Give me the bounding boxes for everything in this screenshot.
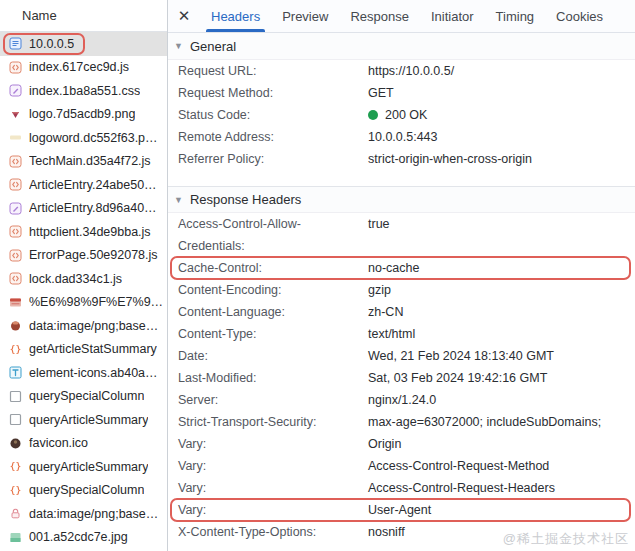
request-row-articleentry.8d96a40[interactable]: ArticleEntry.8d96a40… [0, 197, 167, 221]
header-row: Vary: Access-Control-Request-Method [168, 455, 635, 477]
request-name: data:image/png;base… [29, 319, 158, 333]
header-name: Referrer Policy: [178, 148, 368, 170]
header-name: Request Method: [178, 82, 368, 104]
tab-timing[interactable]: Timing [485, 0, 546, 32]
script-icon [9, 61, 22, 74]
request-row-queryarticlesummary[interactable]: queryArticleSummary [0, 408, 167, 432]
request-row-queryspecialcolumn[interactable]: querySpecialColumn [0, 479, 167, 503]
request-row-articleentry.24abe50[interactable]: ArticleEntry.24abe50… [0, 173, 167, 197]
tab-initiator[interactable]: Initiator [420, 0, 485, 32]
header-name: Last-Modified: [178, 367, 368, 389]
favicon-icon [9, 437, 22, 450]
header-row: Content-Type: text/html [168, 323, 635, 345]
header-row: Strict-Transport-Security: max-age=63072… [168, 411, 635, 433]
header-value: Sat, 03 Feb 2024 19:42:16 GMT [368, 367, 635, 389]
image-lock-icon [9, 507, 22, 520]
request-row-techmain.d35a4f72.js[interactable]: TechMain.d35a4f72.js [0, 150, 167, 174]
request-name: ErrorPage.50e92078.js [29, 248, 158, 262]
request-row-getarticlestatsummary[interactable]: getArticleStatSummary [0, 338, 167, 362]
section-response-headers: ▼ Response Headers Access-Control-Allow-… [168, 186, 635, 551]
request-row-dataimagepngbase[interactable]: data:image/png;base… [0, 314, 167, 338]
request-row-queryarticlesummary[interactable]: queryArticleSummary [0, 455, 167, 479]
header-name: Content-Encoding: [178, 279, 368, 301]
tab-headers[interactable]: Headers [200, 0, 271, 32]
header-row: Vary: Origin [168, 433, 635, 455]
request-row-index.617cec9d.js[interactable]: index.617cec9d.js [0, 56, 167, 80]
header-row: Access-Control-Allow-Credentials: true [168, 213, 635, 257]
header-row: Request URL: https://10.0.0.5/ [168, 60, 635, 82]
header-name: Request URL: [178, 60, 368, 82]
devtools-network-panel: Name 10.0.0.5 index.617cec9d.js index.1b… [0, 0, 635, 551]
header-name: Status Code: [178, 104, 368, 126]
request-row-logo.7d5acdb9.png[interactable]: logo.7d5acdb9.png [0, 103, 167, 127]
fetch-icon [9, 460, 22, 473]
script-icon [9, 155, 22, 168]
close-icon[interactable]: ✕ [168, 0, 200, 32]
request-row-httpclient.34de9bba.js[interactable]: httpclient.34de9bba.js [0, 220, 167, 244]
image-jpg-icon [9, 531, 22, 544]
header-row: Content-Language: zh-CN [168, 301, 635, 323]
disclosure-triangle-icon[interactable]: ▼ [174, 41, 183, 51]
request-name: 001.a52cdc7e.jpg [29, 530, 128, 544]
header-value: 200 OK [368, 104, 635, 126]
section-header[interactable]: ▼ Response Headers [168, 186, 635, 213]
header-value: text/html [368, 323, 635, 345]
request-row-elementicons.ab40a[interactable]: element-icons.ab40a… [0, 361, 167, 385]
request-list-sidebar: Name 10.0.0.5 index.617cec9d.js index.1b… [0, 0, 168, 551]
request-row-errorpage.50e92078.js[interactable]: ErrorPage.50e92078.js [0, 244, 167, 268]
request-name: ArticleEntry.24abe50… [29, 178, 157, 192]
header-row: Last-Modified: Sat, 03 Feb 2024 19:42:16… [168, 367, 635, 389]
request-name: 10.0.0.5 [29, 37, 74, 51]
font-icon [9, 366, 22, 379]
tab-cookies[interactable]: Cookies [545, 0, 614, 32]
header-name: Vary: [178, 433, 368, 455]
disclosure-triangle-icon[interactable]: ▼ [174, 194, 183, 204]
request-name: lock.dad334c1.js [29, 272, 122, 286]
header-value: GET [368, 82, 635, 104]
header-row: X-Content-Type-Options: nosniff [168, 521, 635, 543]
header-value: max-age=63072000; includeSubDomains; [368, 411, 635, 433]
tab-preview[interactable]: Preview [271, 0, 339, 32]
request-row-10.0.0.5[interactable]: 10.0.0.5 [0, 32, 167, 56]
header-value: zh-CN [368, 301, 635, 323]
headers-content[interactable]: ▼ General Request URL: https://10.0.0.5/… [168, 33, 635, 551]
stylesheet-icon [9, 202, 22, 215]
name-column-header[interactable]: Name [0, 0, 167, 32]
header-value: Access-Control-Request-Method [368, 455, 635, 477]
tabs: HeadersPreviewResponseInitiatorTimingCoo… [200, 0, 614, 32]
preflight-icon [9, 413, 22, 426]
header-name: Remote Address: [178, 126, 368, 148]
script-icon [9, 178, 22, 191]
header-row: Cache-Control: no-cache [168, 257, 635, 279]
header-name: Content-Type: [178, 323, 368, 345]
request-row-lock.dad334c1.js[interactable]: lock.dad334c1.js [0, 267, 167, 291]
request-row-favicon.ico[interactable]: favicon.ico [0, 432, 167, 456]
request-row-index.1ba8a551.css[interactable]: index.1ba8a551.css [0, 79, 167, 103]
request-name: httpclient.34de9bba.js [29, 225, 151, 239]
header-row: Referrer Policy: strict-origin-when-cros… [168, 148, 635, 170]
header-row: Status Code: 200 OK [168, 104, 635, 126]
header-value: User-Agent [368, 499, 635, 521]
image-logo-icon [9, 108, 22, 121]
header-row: Content-Encoding: gzip [168, 279, 635, 301]
request-row-queryspecialcolumn[interactable]: querySpecialColumn [0, 385, 167, 409]
image-star-icon [9, 296, 22, 309]
header-value: strict-origin-when-cross-origin [368, 148, 635, 170]
tab-response[interactable]: Response [339, 0, 420, 32]
header-name: Access-Control-Allow-Credentials: [178, 213, 368, 257]
request-row-001.a52cdc7e.jpg[interactable]: 001.a52cdc7e.jpg [0, 526, 167, 550]
section-header[interactable]: ▼ General [168, 33, 635, 60]
request-row-logoword.dc552f63.p[interactable]: logoword.dc552f63.p… [0, 126, 167, 150]
request-name: getArticleStatSummary [29, 342, 157, 356]
header-row: Vary: User-Agent [168, 499, 635, 521]
document-icon [9, 37, 22, 50]
header-value: Access-Control-Request-Headers [368, 477, 635, 499]
request-row-dataimagepngbase[interactable]: data:image/png;base… [0, 502, 167, 526]
header-name: Strict-Transport-Security: [178, 411, 368, 433]
section-title: General [190, 39, 236, 54]
image-berry-icon [9, 319, 22, 332]
request-row-e6989fe790[interactable]: %E6%98%9F%E7%90… [0, 291, 167, 315]
script-icon [9, 249, 22, 262]
header-row: Remote Address: 10.0.0.5:443 [168, 126, 635, 148]
fetch-icon [9, 484, 22, 497]
